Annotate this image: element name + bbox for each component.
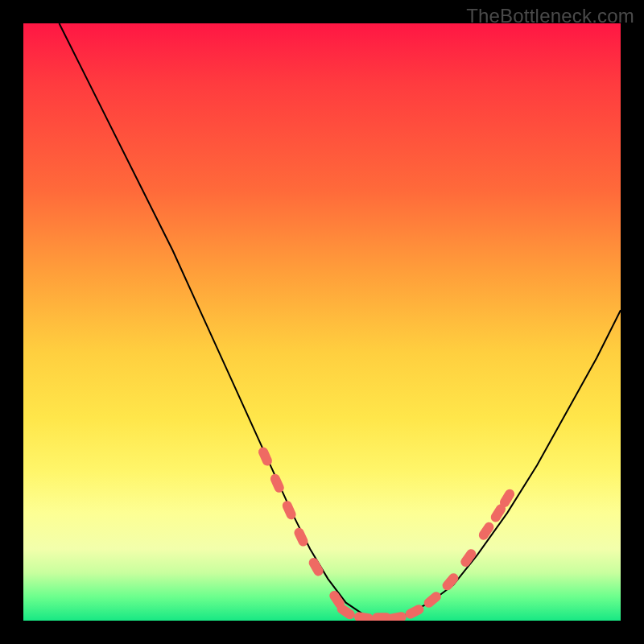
marker-point	[307, 556, 324, 578]
plot-area	[23, 23, 621, 621]
marker-point	[386, 611, 407, 621]
bottleneck-curve-left	[60, 23, 382, 621]
marker-point	[422, 590, 443, 610]
bottleneck-curve-right	[382, 310, 621, 621]
curve-svg	[23, 23, 621, 621]
marker-point	[477, 520, 495, 542]
marker-point	[440, 572, 460, 592]
marker-point	[353, 611, 374, 621]
marker-point	[257, 446, 274, 468]
highlighted-points	[257, 446, 516, 621]
chart-frame: TheBottleneck.com	[0, 0, 644, 644]
watermark-text: TheBottleneck.com	[466, 5, 634, 27]
marker-point	[269, 473, 286, 494]
